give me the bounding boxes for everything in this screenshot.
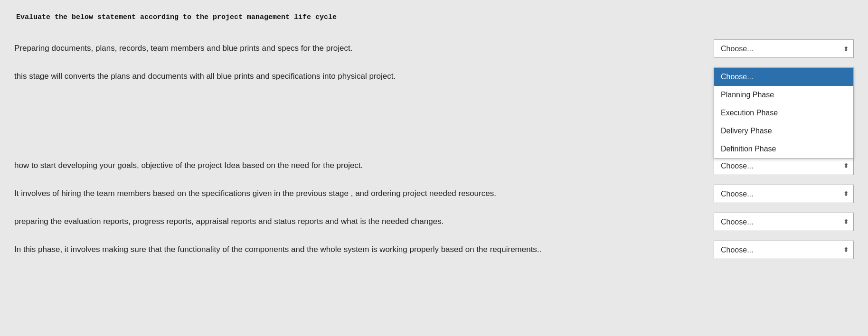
dropdown-item-delivery[interactable]: Delivery Phase [714,122,853,140]
select-q1[interactable]: Choose... Planning Phase Execution Phase… [714,39,854,58]
select-q4[interactable]: Choose... Planning Phase Execution Phase… [714,185,854,203]
instruction-text: Evaluate the below statement according t… [14,9,854,25]
question-text-6: In this phase, it involves making sure t… [14,241,541,259]
question-text-2: this stage will converts the plans and d… [14,67,396,85]
question-row-1: Preparing documents, plans, records, tea… [14,39,854,58]
page-container: Evaluate the below statement according t… [0,0,868,336]
dropdown-item-planning[interactable]: Planning Phase [714,86,853,104]
question-text-5: preparing the evaluation reports, progre… [14,213,443,231]
dropdown-open-wrapper: Choose... Planning Phase Execution Phase… [714,67,854,159]
question-text-3: how to start developing your goals, obje… [14,157,363,175]
question-row-4: It involves of hiring the team members b… [14,185,854,203]
select-wrapper-5: Choose... Planning Phase Execution Phase… [714,213,854,231]
select-wrapper-3: Choose... Planning Phase Execution Phase… [714,157,854,175]
question-text-4: It involves of hiring the team members b… [14,185,496,203]
select-q5[interactable]: Choose... Planning Phase Execution Phase… [714,213,854,231]
question-row-5: preparing the evaluation reports, progre… [14,213,854,231]
select-q6[interactable]: Choose... Planning Phase Execution Phase… [714,241,854,259]
select-wrapper-4: Choose... Planning Phase Execution Phase… [714,185,854,203]
question-row-2: this stage will converts the plans and d… [14,67,854,85]
dropdown-selected-choose[interactable]: Choose... [714,68,853,86]
select-wrapper-1: Choose... Planning Phase Execution Phase… [714,39,854,58]
dropdown-item-definition[interactable]: Definition Phase [714,140,853,158]
dropdown-item-execution[interactable]: Execution Phase [714,104,853,122]
question-text-1: Preparing documents, plans, records, tea… [14,39,352,57]
question-row-3: how to start developing your goals, obje… [14,157,854,175]
question-row-6: In this phase, it involves making sure t… [14,241,854,259]
select-q3[interactable]: Choose... Planning Phase Execution Phase… [714,157,854,175]
select-wrapper-6: Choose... Planning Phase Execution Phase… [714,241,854,259]
